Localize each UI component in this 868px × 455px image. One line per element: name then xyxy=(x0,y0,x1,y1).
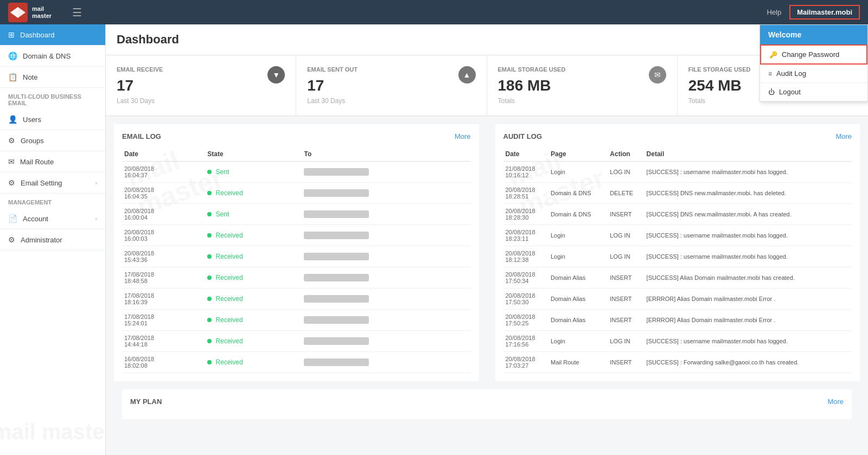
navbar-right: Help Mailmaster.mobi xyxy=(767,5,860,20)
section-management: Management xyxy=(0,194,105,208)
audit-date: 20/08/201818:28:30 xyxy=(503,204,549,225)
audit-log-section: mailmaster AUDIT LOG More Date Page Acti… xyxy=(495,124,860,381)
email-to xyxy=(302,352,470,373)
audit-date: 21/08/201810:16:12 xyxy=(503,162,549,183)
sidebar-label-users: Users xyxy=(23,116,41,124)
account-arrow: › xyxy=(95,215,97,222)
main-header: Dashboard xyxy=(106,24,868,55)
audit-log-row: 20/08/201817:03:27 Mail Route INSERT [SU… xyxy=(503,352,852,373)
audit-action: INSERT xyxy=(608,289,644,310)
my-plan-section: MY PLAN More xyxy=(122,389,852,419)
email-log-header: EMAIL LOG More xyxy=(122,132,471,140)
sidebar-item-dashboard[interactable]: ⊞ Dashboard xyxy=(0,24,105,46)
logout-label: Logout xyxy=(779,88,801,96)
audit-detail: [SUCCESS] : Forwarding salke@gaooi.co.th… xyxy=(644,352,852,373)
audit-action: DELETE xyxy=(608,183,644,204)
audit-action: INSERT xyxy=(608,204,644,225)
sidebar-label-dashboard: Dashboard xyxy=(20,31,55,39)
sidebar-item-account[interactable]: 📄 Account › xyxy=(0,208,105,229)
sidebar-item-note[interactable]: 📋 Note xyxy=(0,67,105,88)
col-date: Date xyxy=(122,147,205,162)
power-icon: ⏻ xyxy=(768,88,775,96)
stat-icon-receive: ▼ xyxy=(267,66,285,84)
audit-page: Domain Alias xyxy=(548,310,608,331)
stat-icon-sent: ▲ xyxy=(458,66,476,84)
audit-log-button[interactable]: ≡ Audit Log xyxy=(760,65,867,83)
audit-detail: [SUCCESS] : username mailmaster.mobi has… xyxy=(644,225,852,246)
email-to-blurred xyxy=(304,253,369,260)
state-label: Received xyxy=(216,316,243,324)
email-state: Received xyxy=(205,331,302,352)
audit-page: Login xyxy=(548,331,608,352)
email-log-row: 20/08/201816:00:03 Received xyxy=(122,225,471,246)
audit-date: 20/08/201818:28:51 xyxy=(503,183,549,204)
audit-action: LOG IN xyxy=(608,162,644,183)
stat-icon-email-storage: ✉ xyxy=(649,66,666,84)
my-plan-more[interactable]: More xyxy=(827,398,844,406)
email-state: Received xyxy=(205,183,302,204)
mail-route-icon: ✉ xyxy=(8,157,15,166)
email-log-row: 16/08/201818:02:08 Received xyxy=(122,352,471,373)
state-dot xyxy=(207,339,212,343)
audit-log-row: 20/08/201817:50:25 Domain Alias INSERT [… xyxy=(503,310,852,331)
email-log-row: 17/08/201814:44:18 Received xyxy=(122,331,471,352)
help-link[interactable]: Help xyxy=(767,8,781,16)
email-state: Sent xyxy=(205,204,302,225)
sidebar-item-domain-dns[interactable]: 🌐 Domain & DNS xyxy=(0,46,105,67)
change-password-button[interactable]: 🔑 Change Password xyxy=(760,44,867,65)
state-dot xyxy=(207,275,212,280)
email-to-blurred xyxy=(304,316,369,324)
audit-detail: [SUCCESS] DNS new.mailmaster.mobi. has d… xyxy=(644,183,852,204)
state-label: Received xyxy=(216,295,243,303)
my-plan-title: MY PLAN xyxy=(130,398,162,406)
audit-log-row: 20/08/201818:23:11 Login LOG IN [SUCCESS… xyxy=(503,225,852,246)
sidebar-item-mail-route[interactable]: ✉ Mail Route xyxy=(0,151,105,172)
email-state: Received xyxy=(205,310,302,331)
audit-log-more[interactable]: More xyxy=(835,132,852,140)
email-log-row: 17/08/201818:16:39 Received xyxy=(122,289,471,310)
stat-sub-email-storage: Totals xyxy=(498,97,666,105)
email-to-blurred xyxy=(304,274,369,281)
state-label: Received xyxy=(216,189,243,197)
sidebar-item-email-setting[interactable]: ⚙ Email Setting › xyxy=(0,172,105,194)
state-dot xyxy=(207,212,212,216)
audit-action: INSERT xyxy=(608,352,644,373)
col-action-audit: Action xyxy=(608,147,644,162)
sidebar-item-groups[interactable]: ⚙ Groups xyxy=(0,130,105,151)
email-date: 17/08/201815:24:01 xyxy=(122,310,205,331)
state-dot xyxy=(207,170,212,174)
email-date: 17/08/201818:48:58 xyxy=(122,267,205,289)
email-to-blurred xyxy=(304,232,369,239)
audit-action: LOG IN xyxy=(608,225,644,246)
email-state: Received xyxy=(205,267,302,289)
audit-action: LOG IN xyxy=(608,246,644,267)
email-log-table: Date State To 20/08/201816:04:37 Sent 20… xyxy=(122,147,471,373)
col-detail-audit: Detail xyxy=(644,147,852,162)
state-label: Received xyxy=(216,337,243,345)
email-setting-icon: ⚙ xyxy=(8,178,15,187)
audit-log-row: 20/08/201818:28:51 Domain & DNS DELETE [… xyxy=(503,183,852,204)
username-button[interactable]: Mailmaster.mobi xyxy=(789,5,860,20)
email-state: Received xyxy=(205,352,302,373)
email-log-row: 20/08/201816:04:35 Received xyxy=(122,183,471,204)
key-icon: 🔑 xyxy=(769,51,777,59)
audit-date: 20/08/201818:23:11 xyxy=(503,225,549,246)
audit-page: Login xyxy=(548,246,608,267)
sidebar-item-users[interactable]: 👤 Users xyxy=(0,109,105,130)
sidebar-item-administrator[interactable]: ⚙ Administrator xyxy=(0,229,105,251)
state-label: Received xyxy=(216,232,243,239)
users-icon: 👤 xyxy=(8,115,17,124)
email-log-more[interactable]: More xyxy=(455,132,471,140)
email-state: Received xyxy=(205,225,302,246)
email-date: 20/08/201816:04:35 xyxy=(122,183,205,204)
domain-icon: 🌐 xyxy=(8,52,17,60)
dashboard-icon: ⊞ xyxy=(8,30,15,39)
my-plan-header: MY PLAN More xyxy=(130,398,844,406)
stat-label-email-storage: EMAIL STORAGE USED xyxy=(498,66,666,73)
logout-button[interactable]: ⏻ Logout xyxy=(760,83,867,101)
sidebar-label-mail-route: Mail Route xyxy=(20,158,54,166)
email-to xyxy=(302,204,470,225)
hamburger-icon[interactable]: ☰ xyxy=(72,6,82,19)
email-to-blurred xyxy=(304,168,369,176)
audit-detail: [SUCCESS] DNS new.mailmaster.mobi. A has… xyxy=(644,204,852,225)
